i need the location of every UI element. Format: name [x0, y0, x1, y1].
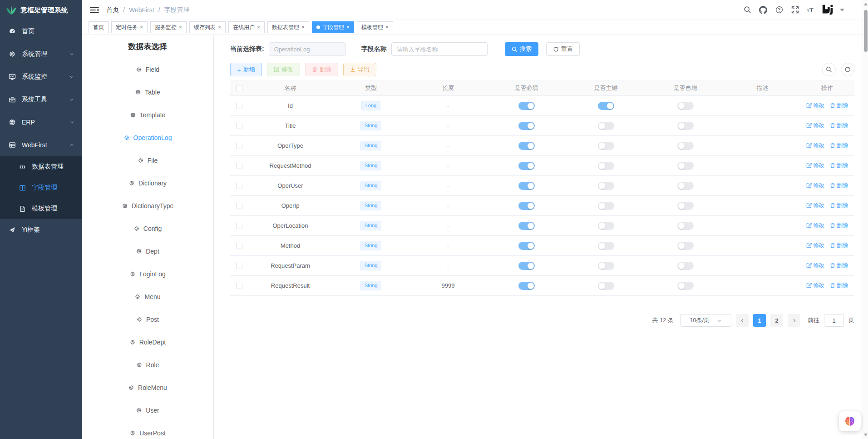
auto-increment-toggle[interactable]	[677, 262, 694, 270]
tree-item-dictionary[interactable]: Dictionary	[82, 172, 213, 195]
row-edit-link[interactable]: 修改	[806, 242, 824, 249]
primary-key-toggle[interactable]	[598, 182, 614, 190]
scrollbar-thumb[interactable]	[864, 10, 868, 52]
primary-key-toggle[interactable]	[598, 262, 614, 270]
select-all-checkbox[interactable]	[236, 85, 242, 91]
auto-increment-toggle[interactable]	[677, 182, 694, 190]
auto-increment-toggle[interactable]	[677, 202, 694, 210]
tab-6[interactable]: 数据表管理×	[267, 21, 309, 33]
field-name-input[interactable]	[391, 42, 488, 56]
hamburger-icon[interactable]	[90, 6, 99, 14]
row-edit-link[interactable]: 修改	[806, 142, 824, 150]
required-toggle[interactable]	[518, 182, 535, 190]
primary-key-toggle[interactable]	[598, 242, 614, 250]
next-page-button[interactable]	[788, 314, 800, 327]
avatar[interactable]	[821, 4, 834, 16]
row-delete-link[interactable]: 删除	[830, 202, 848, 210]
primary-key-toggle[interactable]	[598, 102, 614, 110]
table-refresh-icon[interactable]	[841, 63, 854, 76]
page-size-select[interactable]: 10条/页	[680, 314, 731, 327]
row-delete-link[interactable]: 删除	[830, 122, 848, 130]
reset-button[interactable]: 重置	[546, 42, 580, 56]
required-toggle[interactable]	[518, 122, 535, 130]
auto-increment-toggle[interactable]	[677, 142, 694, 150]
row-delete-link[interactable]: 删除	[830, 262, 848, 269]
primary-key-toggle[interactable]	[598, 282, 614, 290]
row-edit-link[interactable]: 修改	[806, 282, 824, 289]
tree-item-role[interactable]: Role	[82, 354, 213, 376]
sidebar-item-2[interactable]: 系统管理	[0, 43, 82, 65]
required-toggle[interactable]	[518, 282, 535, 290]
row-checkbox[interactable]	[236, 143, 242, 149]
row-delete-link[interactable]: 删除	[830, 102, 848, 110]
row-edit-link[interactable]: 修改	[806, 202, 824, 210]
row-delete-link[interactable]: 删除	[830, 222, 848, 229]
row-edit-link[interactable]: 修改	[806, 222, 824, 229]
row-edit-link[interactable]: 修改	[806, 102, 824, 110]
tab-1[interactable]: 首页	[89, 21, 108, 33]
required-toggle[interactable]	[518, 242, 535, 250]
row-checkbox[interactable]	[236, 103, 242, 109]
row-edit-link[interactable]: 修改	[806, 182, 824, 190]
tree-item-operationlog[interactable]: OperationLog	[82, 126, 213, 149]
tree-item-userpost[interactable]: UserPost	[82, 422, 213, 439]
required-toggle[interactable]	[518, 262, 535, 270]
edit-button[interactable]: 修改	[267, 63, 300, 76]
auto-increment-toggle[interactable]	[677, 162, 694, 170]
sidebar-item-4[interactable]: 系统工具	[0, 88, 82, 111]
tree-item-post[interactable]: Post	[82, 308, 213, 331]
primary-key-toggle[interactable]	[598, 162, 614, 170]
primary-key-toggle[interactable]	[598, 142, 614, 150]
close-icon[interactable]: ×	[257, 25, 260, 30]
row-edit-link[interactable]: 修改	[806, 162, 824, 170]
close-icon[interactable]: ×	[140, 25, 143, 30]
row-checkbox[interactable]	[236, 203, 242, 209]
row-checkbox[interactable]	[236, 163, 242, 169]
row-checkbox[interactable]	[236, 283, 242, 289]
app-logo[interactable]: 意框架管理系统	[0, 0, 82, 20]
row-delete-link[interactable]: 删除	[830, 162, 848, 170]
goto-page-input[interactable]	[824, 314, 844, 327]
required-toggle[interactable]	[518, 202, 535, 210]
close-icon[interactable]: ×	[218, 25, 221, 30]
tree-item-table[interactable]: Table	[82, 81, 213, 104]
tree-item-config[interactable]: Config	[82, 217, 213, 240]
auto-increment-toggle[interactable]	[677, 282, 694, 290]
sidebar-item-5[interactable]: ERP	[0, 111, 82, 134]
tab-4[interactable]: 缓存列表×	[189, 21, 226, 33]
tree-item-menu[interactable]: Menu	[82, 285, 213, 308]
row-edit-link[interactable]: 修改	[806, 122, 824, 130]
add-button[interactable]: + 新增	[230, 63, 262, 76]
font-size-icon[interactable]: TT	[807, 6, 814, 13]
primary-key-toggle[interactable]	[598, 122, 614, 130]
row-checkbox[interactable]	[236, 183, 242, 189]
row-checkbox[interactable]	[236, 263, 242, 269]
scroll-down-arrow[interactable]	[864, 434, 868, 436]
tree-item-rolemenu[interactable]: RoleMenu	[82, 376, 213, 399]
tree-item-loginlog[interactable]: LoginLog	[82, 263, 213, 285]
sidebar-subitem-2[interactable]: 字段管理	[0, 177, 82, 198]
close-icon[interactable]: ×	[385, 25, 389, 30]
auto-increment-toggle[interactable]	[677, 222, 694, 230]
delete-button[interactable]: 删除	[305, 63, 338, 76]
row-checkbox[interactable]	[236, 223, 242, 229]
row-checkbox[interactable]	[236, 243, 242, 249]
sidebar-subitem-3[interactable]: 模板管理	[0, 198, 82, 219]
prev-page-button[interactable]	[736, 314, 749, 327]
required-toggle[interactable]	[518, 142, 535, 150]
github-icon[interactable]	[759, 6, 767, 14]
close-icon[interactable]: ×	[179, 25, 182, 30]
tree-item-dept[interactable]: Dept	[82, 240, 213, 263]
page-button-2[interactable]: 2	[770, 314, 783, 327]
tab-2[interactable]: 定时任务×	[111, 21, 148, 33]
page-button-1[interactable]: 1	[753, 314, 766, 327]
required-toggle[interactable]	[518, 222, 535, 230]
tree-item-file[interactable]: File	[82, 149, 213, 172]
tab-5[interactable]: 在线用户×	[228, 21, 265, 33]
row-delete-link[interactable]: 删除	[830, 242, 848, 249]
tab-3[interactable]: 服务监控×	[150, 21, 187, 33]
auto-increment-toggle[interactable]	[677, 122, 694, 130]
row-delete-link[interactable]: 删除	[830, 142, 848, 150]
close-icon[interactable]: ×	[301, 25, 305, 30]
search-button[interactable]: 搜索	[505, 42, 538, 56]
